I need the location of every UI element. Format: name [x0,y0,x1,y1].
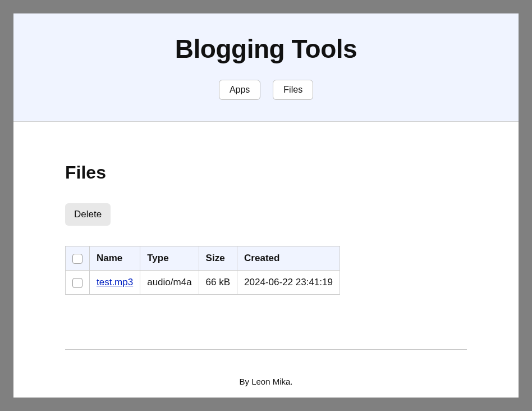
files-table: Name Type Size Created test.mp3 audio/m4… [65,246,340,295]
header: Blogging Tools Apps Files [13,13,519,122]
nav-apps-button[interactable]: Apps [219,80,260,100]
page-container: Blogging Tools Apps Files Files Delete N… [13,13,519,398]
nav-buttons: Apps Files [25,80,507,100]
row-created-cell: 2024-06-22 23:41:19 [237,271,340,295]
file-link[interactable]: test.mp3 [97,277,133,287]
row-size-cell: 66 kB [199,271,237,295]
select-all-checkbox[interactable] [72,254,82,264]
section-heading: Files [65,162,467,183]
column-header-size: Size [199,246,237,271]
row-name-cell: test.mp3 [90,271,140,295]
table-row: test.mp3 audio/m4a 66 kB 2024-06-22 23:4… [66,271,340,295]
row-select-cell [66,271,90,295]
select-all-header [66,246,90,271]
page-title: Blogging Tools [25,34,507,64]
column-header-created: Created [237,246,340,271]
nav-files-button[interactable]: Files [273,80,313,100]
main-content: Files Delete Name Type Size Created [13,122,519,322]
row-checkbox[interactable] [72,278,82,288]
column-header-type: Type [140,246,199,271]
footer-text: By Leon Mika. [239,377,292,386]
column-header-name: Name [90,246,140,271]
row-type-cell: audio/m4a [140,271,199,295]
delete-button[interactable]: Delete [65,203,111,226]
footer: By Leon Mika. [13,350,519,398]
table-header-row: Name Type Size Created [66,246,340,271]
